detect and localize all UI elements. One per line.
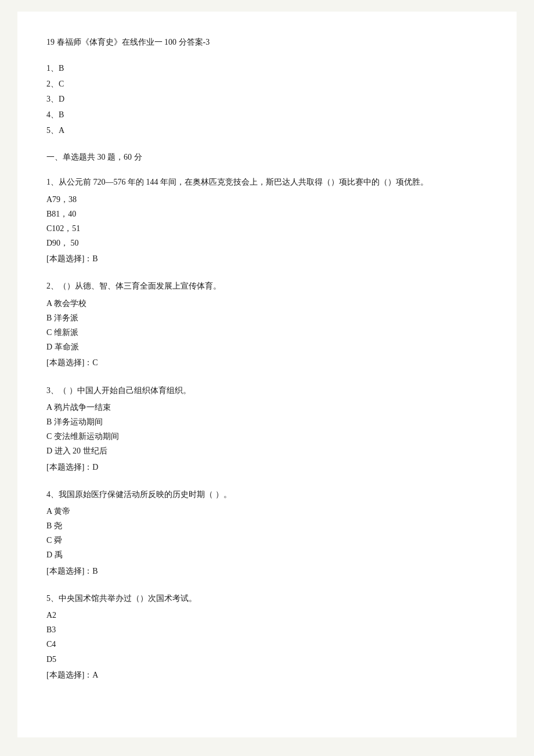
title-text: 19 春福师《体育史》在线作业一 100 分答案-3 (46, 38, 210, 46)
quick-answer-item: 3、D (46, 92, 488, 107)
question-block: 4、我国原始医疗保健活动所反映的历史时期（ ）。A 黄帝B 尧C 舜D 禹[本题… (46, 487, 488, 578)
questions-container: 1、从公元前 720—576 年的 144 年间，在奥林匹克竞技会上，斯巴达人共… (46, 175, 488, 682)
page-container: 19 春福师《体育史》在线作业一 100 分答案-3 1、B2、C3、D4、B5… (17, 12, 517, 737)
question-text: 4、我国原始医疗保健活动所反映的历史时期（ ）。 (46, 487, 488, 502)
question-block: 2、（）从德、智、体三育全面发展上宣传体育。A 教会学校B 洋务派C 维新派D … (46, 279, 488, 370)
option-item: C 维新派 (46, 325, 488, 340)
question-text: 2、（）从德、智、体三育全面发展上宣传体育。 (46, 279, 488, 293)
option-item: C4 (46, 637, 488, 651)
option-item: A79，38 (46, 192, 488, 207)
option-item: A 黄帝 (46, 504, 488, 519)
option-item: A2 (46, 608, 488, 622)
answer-tag: [本题选择]：B (46, 564, 488, 578)
question-text: 1、从公元前 720—576 年的 144 年间，在奥林匹克竞技会上，斯巴达人共… (46, 175, 488, 189)
page-title: 19 春福师《体育史》在线作业一 100 分答案-3 (46, 35, 488, 49)
option-item: A 鸦片战争一结束 (46, 400, 488, 415)
answer-tag: [本题选择]：D (46, 460, 488, 474)
answer-tag: [本题选择]：A (46, 668, 488, 682)
option-item: B 尧 (46, 519, 488, 533)
option-item: C 舜 (46, 533, 488, 548)
option-item: C102，51 (46, 221, 488, 236)
option-item: B3 (46, 622, 488, 637)
option-item: D 革命派 (46, 340, 488, 354)
option-item: A 教会学校 (46, 296, 488, 311)
question-block: 1、从公元前 720—576 年的 144 年间，在奥林匹克竞技会上，斯巴达人共… (46, 175, 488, 266)
section-header-text: 一、单选题共 30 题，60 分 (46, 153, 142, 161)
quick-answer-item: 4、B (46, 107, 488, 123)
option-item: C 变法维新运动期间 (46, 429, 488, 444)
option-item: D 禹 (46, 548, 488, 562)
quick-answer-item: 5、A (46, 123, 488, 139)
answer-tag: [本题选择]：B (46, 251, 488, 266)
option-item: D5 (46, 652, 488, 667)
answer-tag: [本题选择]：C (46, 355, 488, 370)
option-item: D 进入 20 世纪后 (46, 444, 488, 458)
question-text: 3、（ ）中国人开始自己组织体育组织。 (46, 383, 488, 398)
option-item: B81，40 (46, 207, 488, 221)
quick-answer-list: 1、B2、C3、D4、B5、A (46, 61, 488, 138)
quick-answer-item: 2、C (46, 77, 488, 92)
option-item: B 洋务运动期间 (46, 415, 488, 429)
quick-answer-item: 1、B (46, 61, 488, 77)
question-text: 5、中央国术馆共举办过（）次国术考试。 (46, 591, 488, 606)
option-item: D90， 50 (46, 236, 488, 250)
question-block: 3、（ ）中国人开始自己组织体育组织。A 鸦片战争一结束B 洋务运动期间C 变法… (46, 383, 488, 474)
option-item: B 洋务派 (46, 311, 488, 325)
section-header: 一、单选题共 30 题，60 分 (46, 150, 488, 164)
question-block: 5、中央国术馆共举办过（）次国术考试。A2B3C4D5[本题选择]：A (46, 591, 488, 682)
